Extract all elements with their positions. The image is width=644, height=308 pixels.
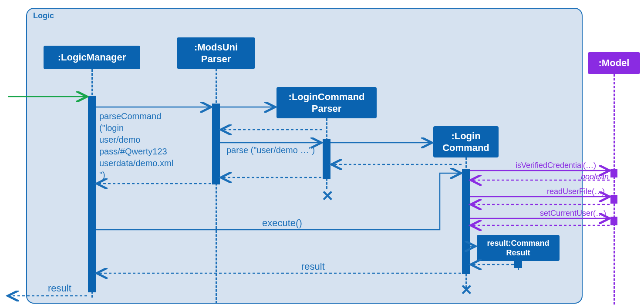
participant-label: result:Command Result (487, 238, 549, 258)
activation-model-3 (610, 217, 617, 225)
participant-login-command: :Login Command (433, 126, 499, 157)
msg-result-mid: result (301, 260, 325, 273)
msg-result-out: result (48, 282, 71, 295)
participant-label: :LogicManager (58, 51, 126, 64)
participant-label: :LoginCommand Parser (289, 91, 365, 115)
participant-label: :Login Command (442, 130, 489, 154)
participant-logic-manager: :LogicManager (44, 46, 140, 69)
activation-logic-manager (88, 96, 96, 292)
activation-login-command (462, 169, 470, 274)
participant-modsuni-parser: :ModsUni Parser (177, 37, 255, 69)
msg-parse-command: parseCommand ("login user/demo pass/#Qwe… (99, 110, 173, 181)
participant-login-command-parser: :LoginCommand Parser (276, 87, 377, 118)
participant-command-result: result:Command Result (477, 235, 560, 261)
activation-model-1 (610, 169, 617, 177)
participant-model: :Model (588, 52, 640, 74)
msg-parse: parse ("user/demo …") (226, 144, 315, 156)
logic-frame-label: Logic (33, 11, 54, 20)
activation-command-result (514, 260, 522, 268)
destroy-login-command-parser: ✕ (321, 187, 334, 204)
destroy-login-command: ✕ (460, 281, 472, 298)
participant-label: :ModsUni Parser (194, 41, 238, 65)
activation-login-command-parser (323, 139, 330, 179)
activation-modsuni-parser (212, 104, 220, 184)
msg-is-verified: isVerifiedCredential(…) (516, 160, 596, 171)
msg-read-user-file: readUserFile(…) (547, 186, 605, 197)
activation-model-2 (610, 195, 617, 204)
msg-boolean: boolean (581, 171, 609, 182)
participant-label: :Model (599, 57, 630, 69)
msg-set-current-user: setCurrentUser(…) (540, 208, 606, 218)
msg-execute: execute() (262, 217, 302, 230)
lifeline-model (614, 74, 615, 305)
